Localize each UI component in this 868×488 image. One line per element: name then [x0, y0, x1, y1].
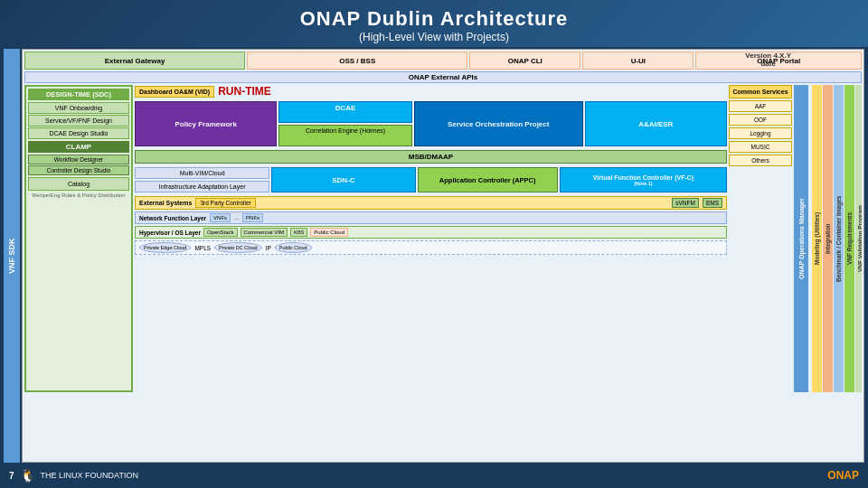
dcae-box: DCAE [278, 101, 411, 123]
external-systems-bar: External Systems 3rd Party Controller sV… [135, 196, 727, 210]
version-info: Version 4.X.Y date [745, 52, 791, 68]
vnf-onboarding: VNF Onboarding [28, 102, 129, 114]
runtime-area: Dashboard OA&M (VID) RUN-TIME Policy Fra… [135, 85, 727, 392]
dcae-design-studio: DCAE Design Studio [28, 127, 129, 139]
page-title: ONAP Dublin Architecture [0, 7, 868, 31]
correlation-box: Correlation Engine (Holmes) [278, 125, 411, 146]
music-item: MUSIC [729, 141, 792, 153]
design-time-block: DESIGN-TIME (SDC) VNF Onboarding Service… [24, 85, 133, 392]
runtime-title: RUN-TIME [218, 85, 271, 98]
modeling-label: Modeling (Utilities) [812, 85, 822, 392]
architecture-diagram: Version 4.X.Y date External Gateway OSS … [22, 49, 864, 463]
external-gateway-bar: External Gateway [24, 52, 245, 70]
hypervisor-layer: Hypervisor / OS Layer OpenStack Commerci… [135, 226, 727, 239]
external-apis-bar: ONAP External APIs [24, 71, 862, 83]
clamp-box: CLAMP [28, 141, 129, 153]
logging-item: Logging [729, 127, 792, 139]
footer-left: 7 🐧 THE LINUX FOUNDATION [9, 468, 138, 483]
aaf-item: AAF [729, 100, 792, 112]
oss-bss-bar: OSS / BSS [247, 52, 467, 70]
common-services-box: Common Services [729, 85, 792, 99]
vnf-sdk-label: VNF SDK [4, 49, 20, 463]
msb-dmaap-bar: MSB/DMAAP [135, 150, 727, 164]
catalog-box: Catalog [28, 177, 129, 191]
appc-box: Application Controller (APPC) [418, 167, 558, 192]
right-labels: Modeling (Utilities) Integration Benchma… [812, 85, 862, 392]
page-number: 7 [9, 471, 14, 481]
sdn-c-box: SDN-C [271, 167, 415, 192]
tux-icon: 🐧 [20, 468, 35, 483]
vfc-box: Virtual Function Controller (VF-C) (Note… [560, 167, 727, 192]
recipe-text: Recipe/Eng Rules & Policy Distribution [28, 192, 129, 198]
footer: 7 🐧 THE LINUX FOUNDATION ONAP [0, 463, 868, 488]
vnf-req-label: VNF Requirements [844, 85, 854, 392]
onap-cli-bar: ONAP CLI [469, 52, 580, 70]
policy-framework-box: Policy Framework [135, 101, 277, 146]
service-orchestration-box: Service Orchestration Project [414, 101, 583, 146]
oof-item: OOF [729, 114, 792, 126]
service-vnf-pnf: Service/VF/PNF Design [28, 115, 129, 127]
onap-logo: ONAP [827, 469, 859, 482]
aai-esr-box: A&AI/ESR [585, 101, 727, 146]
design-time-title: DESIGN-TIME (SDC) [28, 89, 129, 100]
controller-design-studio: Controller Design Studio [28, 165, 129, 175]
others-item: Others [729, 155, 792, 166]
oom-label: ONAP Operations Manager [794, 85, 808, 392]
page-subtitle: (High-Level View with Projects) [0, 31, 868, 43]
linux-foundation-text: THE LINUX FOUNDATION [41, 471, 138, 480]
common-services-col: Common Services AAF OOF Logging MUSIC Ot… [729, 85, 792, 392]
header: ONAP Dublin Architecture (High-Level Vie… [0, 0, 868, 47]
integration-label: Integration [823, 85, 833, 392]
network-function-layer: Network Function Layer VNFs ... PNFs [135, 211, 727, 224]
multi-vim-box: Multi-VIM/Cloud [135, 167, 269, 179]
u-ui-bar: U-UI [582, 52, 693, 70]
workflow-designer: Workflow Designer [28, 155, 129, 164]
cloud-row: Private Edge Cloud MPLS Private DC Cloud… [135, 240, 727, 255]
benchmark-label: Benchmark / Container Images [834, 85, 844, 392]
infra-adapt-box: Infrastructure Adaptation Layer [135, 181, 269, 192]
multi-vim-infra-col: Multi-VIM/Cloud Infrastructure Adaptatio… [135, 167, 269, 192]
dashboard-box: Dashboard OA&M (VID) [135, 86, 214, 98]
vnf-validation-label: VNF Validation Program [855, 85, 862, 392]
top-bars-row: External Gateway OSS / BSS ONAP CLI U-UI… [24, 52, 862, 70]
